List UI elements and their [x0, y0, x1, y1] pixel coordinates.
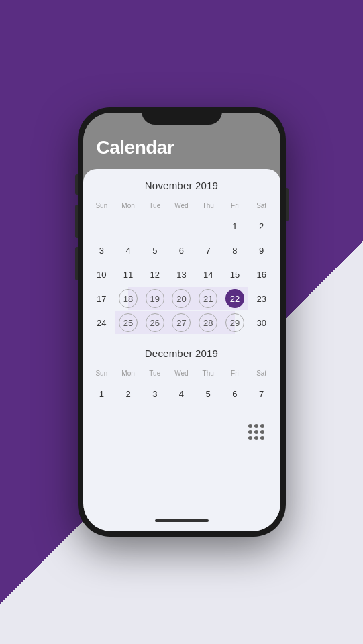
- cal-day-22[interactable]: 22: [221, 287, 248, 310]
- volume-down-button: [75, 247, 78, 280]
- november-grid: 1 2 3 4 5 6 7 8 9 10 11 12 13: [89, 215, 275, 334]
- dec-day-6[interactable]: 6: [221, 382, 248, 405]
- cal-day-18[interactable]: 18: [115, 287, 142, 310]
- cal-day-16[interactable]: 16: [248, 263, 275, 286]
- cal-day-11[interactable]: 11: [115, 263, 142, 286]
- grid-dot: [248, 424, 252, 428]
- november-title: November 2019: [89, 180, 275, 191]
- grid-dot: [248, 430, 252, 434]
- cal-cell-empty: [195, 215, 221, 237]
- phone-notch: [142, 107, 222, 125]
- dec-day-3[interactable]: 3: [142, 382, 168, 405]
- cal-day-19[interactable]: 19: [142, 287, 168, 310]
- phone-frame: Calendar November 2019 Sun Mon Tue Wed T…: [78, 107, 286, 537]
- dec-day-7[interactable]: 7: [248, 382, 275, 405]
- cal-day-15[interactable]: 15: [221, 263, 248, 286]
- cal-cell-empty: [89, 215, 115, 237]
- cal-day-13[interactable]: 13: [168, 263, 195, 286]
- cal-day-3[interactable]: 3: [89, 239, 115, 262]
- dec-dow-fri: Fri: [221, 367, 248, 380]
- power-button: [286, 188, 289, 221]
- dec-dow-sun: Sun: [89, 367, 115, 380]
- cal-day-27[interactable]: 27: [168, 311, 195, 334]
- cal-day-1[interactable]: 1: [221, 215, 248, 237]
- phone-screen: Calendar November 2019 Sun Mon Tue Wed T…: [83, 113, 280, 531]
- cal-day-5[interactable]: 5: [142, 239, 168, 262]
- volume-up-button: [75, 205, 78, 238]
- cal-day-21[interactable]: 21: [195, 287, 221, 310]
- cal-day-30[interactable]: 30: [248, 311, 275, 334]
- bottom-bar: [89, 419, 275, 448]
- cal-day-28[interactable]: 28: [195, 311, 221, 334]
- grid-dot: [260, 436, 264, 440]
- cal-cell-empty: [142, 215, 168, 237]
- dec-dow-mon: Mon: [115, 367, 142, 380]
- cal-day-2[interactable]: 2: [248, 215, 275, 237]
- dec-dow-tue: Tue: [142, 367, 168, 380]
- dow-sun: Sun: [89, 199, 115, 212]
- dow-fri: Fri: [221, 199, 248, 212]
- cal-day-8[interactable]: 8: [221, 239, 248, 262]
- dec-day-4[interactable]: 4: [168, 382, 195, 405]
- dec-day-2[interactable]: 2: [115, 382, 142, 405]
- mute-button: [75, 174, 78, 195]
- cal-day-25[interactable]: 25: [115, 311, 142, 334]
- dow-mon: Mon: [115, 199, 142, 212]
- dow-thu: Thu: [195, 199, 221, 212]
- cal-day-4[interactable]: 4: [115, 239, 142, 262]
- grid-dot: [254, 436, 258, 440]
- cal-day-10[interactable]: 10: [89, 263, 115, 286]
- cal-day-29[interactable]: 29: [221, 311, 248, 334]
- calendar-card[interactable]: November 2019 Sun Mon Tue Wed Thu Fri Sa…: [83, 169, 280, 531]
- grid-dot: [260, 424, 264, 428]
- cal-cell-empty: [115, 215, 142, 237]
- dec-dow-wed: Wed: [168, 367, 195, 380]
- grid-dot: [260, 430, 264, 434]
- home-indicator: [155, 519, 209, 522]
- cal-day-26[interactable]: 26: [142, 311, 168, 334]
- december-grid: 1 2 3 4 5 6 7: [89, 382, 275, 405]
- grid-dot: [254, 430, 258, 434]
- cal-day-17[interactable]: 17: [89, 287, 115, 310]
- dow-sat: Sat: [248, 199, 275, 212]
- cal-day-9[interactable]: 9: [248, 239, 275, 262]
- dow-tue: Tue: [142, 199, 168, 212]
- cal-day-12[interactable]: 12: [142, 263, 168, 286]
- december-title: December 2019: [89, 347, 275, 359]
- dec-day-1[interactable]: 1: [89, 382, 115, 405]
- cal-day-23[interactable]: 23: [248, 287, 275, 310]
- cal-day-14[interactable]: 14: [195, 263, 221, 286]
- december-dow-row: Sun Mon Tue Wed Thu Fri Sat: [89, 367, 275, 380]
- grid-dot: [248, 436, 252, 440]
- grid-dot: [254, 424, 258, 428]
- cal-day-7[interactable]: 7: [195, 239, 221, 262]
- dec-dow-sat: Sat: [248, 367, 275, 380]
- november-section: November 2019 Sun Mon Tue Wed Thu Fri Sa…: [89, 180, 275, 334]
- screen-content: Calendar November 2019 Sun Mon Tue Wed T…: [83, 113, 280, 531]
- cal-day-6[interactable]: 6: [168, 239, 195, 262]
- november-dow-row: Sun Mon Tue Wed Thu Fri Sat: [89, 199, 275, 212]
- cal-cell-empty: [168, 215, 195, 237]
- grid-menu-icon[interactable]: [248, 424, 264, 440]
- cal-day-20[interactable]: 20: [168, 287, 195, 310]
- dow-wed: Wed: [168, 199, 195, 212]
- dec-day-5[interactable]: 5: [195, 382, 221, 405]
- page-title: Calendar: [97, 137, 267, 158]
- dec-dow-thu: Thu: [195, 367, 221, 380]
- december-section: December 2019 Sun Mon Tue Wed Thu Fri Sa…: [89, 347, 275, 405]
- cal-day-24[interactable]: 24: [89, 311, 115, 334]
